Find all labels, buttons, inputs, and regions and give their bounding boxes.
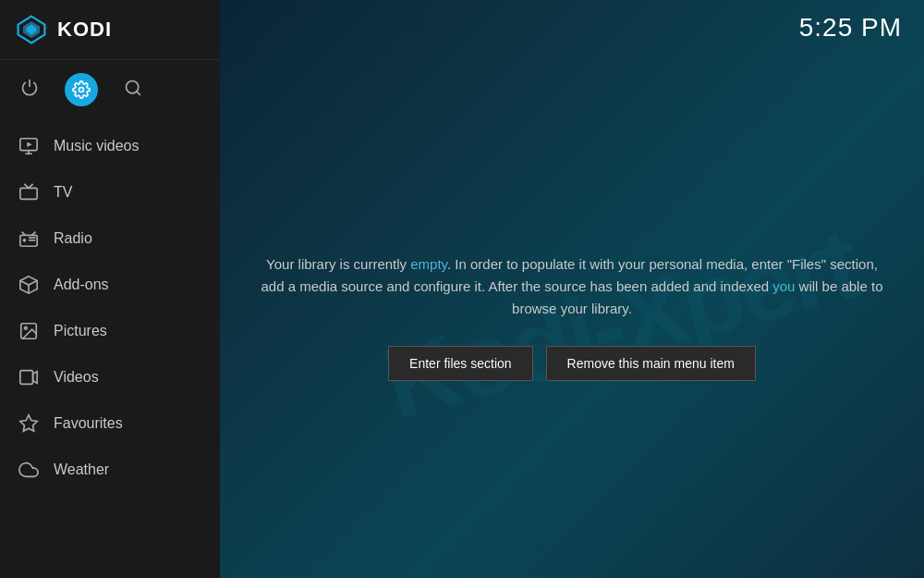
- highlight-empty: empty: [410, 256, 447, 272]
- sidebar-toolbar: [0, 60, 220, 119]
- videos-icon: [18, 367, 39, 387]
- sidebar-item-music-videos[interactable]: Music videos: [0, 123, 220, 169]
- svg-marker-22: [33, 372, 38, 384]
- action-buttons: Enter files section Remove this main men…: [388, 346, 756, 381]
- kodi-icon: [15, 13, 48, 46]
- sidebar-item-tv[interactable]: TV: [0, 169, 220, 215]
- kodi-logo: KODI: [15, 13, 112, 46]
- sidebar-item-radio[interactable]: Radio: [0, 215, 220, 262]
- watermark: Kodi-Xpert: [372, 203, 869, 442]
- sidebar-item-videos[interactable]: Videos: [0, 354, 220, 400]
- pictures-icon: [18, 321, 39, 341]
- enter-files-button[interactable]: Enter files section: [388, 346, 533, 381]
- svg-marker-9: [27, 141, 32, 147]
- sidebar-item-weather-label: Weather: [54, 461, 109, 478]
- weather-icon: [18, 460, 39, 480]
- sidebar-item-weather[interactable]: Weather: [0, 447, 220, 493]
- sidebar-item-tv-label: TV: [54, 184, 72, 201]
- sidebar-item-favourites-label: Favourites: [54, 415, 123, 432]
- sidebar-item-favourites[interactable]: Favourites: [0, 400, 220, 447]
- svg-point-20: [24, 326, 27, 329]
- music-video-icon: [18, 136, 39, 156]
- sidebar-item-pictures[interactable]: Pictures: [0, 308, 220, 354]
- svg-rect-21: [20, 371, 33, 385]
- sidebar-item-radio-label: Radio: [54, 230, 92, 247]
- svg-line-5: [137, 91, 140, 94]
- settings-button[interactable]: [65, 73, 98, 106]
- time-display: 5:25 PM: [799, 13, 902, 43]
- sidebar: KODI: [0, 0, 220, 578]
- svg-rect-10: [20, 188, 37, 199]
- addon-icon: [18, 275, 39, 295]
- sidebar-item-videos-label: Videos: [54, 369, 99, 386]
- sidebar-item-addons-label: Add-ons: [54, 277, 109, 293]
- power-button[interactable]: [20, 79, 39, 102]
- radio-icon: [18, 228, 39, 249]
- favourites-icon: [18, 413, 39, 434]
- sidebar-header: KODI: [0, 0, 220, 60]
- highlight-you: you: [772, 278, 795, 294]
- search-button[interactable]: [124, 79, 142, 102]
- content-area: Kodi-Xpert Your library is currently emp…: [220, 55, 924, 578]
- main-content: 5:25 PM Kodi-Xpert Your library is curre…: [220, 0, 924, 578]
- sidebar-item-music-videos-label: Music videos: [54, 138, 139, 154]
- svg-marker-23: [20, 415, 37, 431]
- info-message: Your library is currently empty. In orde…: [258, 253, 886, 320]
- svg-point-12: [23, 239, 27, 242]
- app-title: KODI: [57, 18, 112, 42]
- top-bar: 5:25 PM: [220, 0, 924, 55]
- svg-point-3: [79, 88, 84, 92]
- sidebar-item-addons[interactable]: Add-ons: [0, 262, 220, 308]
- tv-icon: [18, 182, 39, 203]
- remove-menu-item-button[interactable]: Remove this main menu item: [546, 346, 756, 381]
- main-nav: Music videos TV: [0, 119, 220, 578]
- sidebar-item-pictures-label: Pictures: [54, 323, 107, 339]
